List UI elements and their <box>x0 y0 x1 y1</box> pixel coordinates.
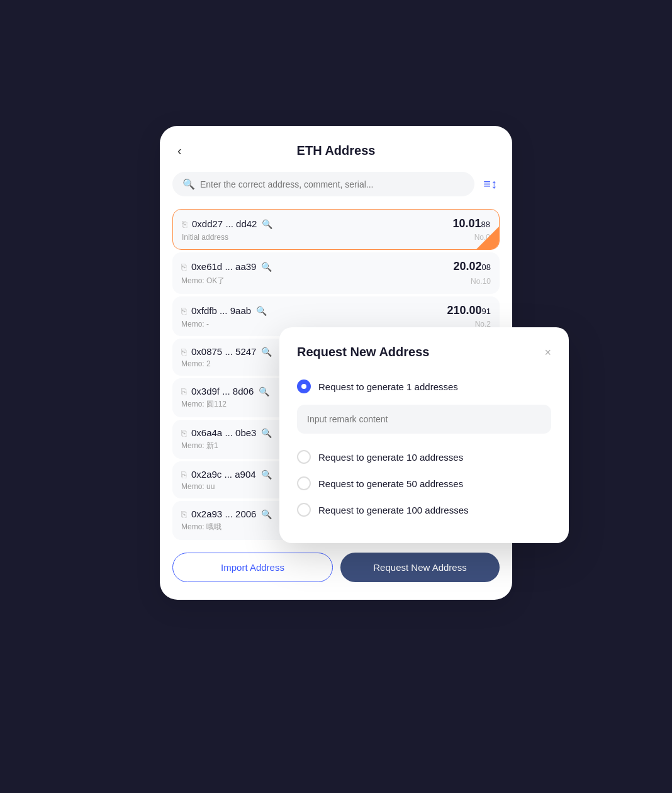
address-search-icon[interactable]: 🔍 <box>256 306 267 316</box>
radio-option-2[interactable]: Request to generate 10 addresses <box>297 444 551 470</box>
address-left: ⎘ 0x2a9c ... a904 🔍 <box>181 469 272 480</box>
address-search-icon[interactable]: 🔍 <box>261 428 272 438</box>
filter-button[interactable]: ≡↕ <box>481 174 500 194</box>
address-left: ⎘ 0xfdfb ... 9aab 🔍 <box>181 305 267 316</box>
copy-icon[interactable]: ⎘ <box>181 509 186 519</box>
memo-text: Memo: 新1 <box>181 441 218 451</box>
memo-row: Memo: OK了 No.10 <box>181 276 491 286</box>
address-search-icon[interactable]: 🔍 <box>261 470 272 480</box>
copy-icon[interactable]: ⎘ <box>181 428 186 438</box>
memo-row: Initial address No.0 <box>182 233 490 242</box>
address-text: 0x2a93 ... 2006 <box>191 509 256 519</box>
address-search-icon[interactable]: 🔍 <box>262 219 272 229</box>
copy-icon[interactable]: ⎘ <box>181 347 186 357</box>
radio-option-4[interactable]: Request to generate 100 addresses <box>297 497 551 523</box>
radio-option-1[interactable]: Request to generate 1 addresses <box>297 373 551 400</box>
memo-text: Memo: - <box>181 320 209 329</box>
address-left: ⎘ 0x3d9f ... 8d06 🔍 <box>181 386 269 396</box>
copy-icon[interactable]: ⎘ <box>181 262 186 272</box>
amount: 20.0208 <box>453 260 491 273</box>
active-corner-tag <box>476 227 499 249</box>
address-left: ⎘ 0xdd27 ... dd42 🔍 <box>182 218 272 229</box>
address-search-icon[interactable]: 🔍 <box>261 262 272 272</box>
address-left: ⎘ 0x6a4a ... 0be3 🔍 <box>181 427 272 438</box>
radio-label: Request to generate 1 addresses <box>318 381 458 392</box>
address-item[interactable]: ⎘ 0xe61d ... aa39 🔍 20.0208 Memo: OK了 No… <box>172 252 500 294</box>
radio-option-3[interactable]: Request to generate 50 addresses <box>297 470 551 497</box>
address-row: ⎘ 0xe61d ... aa39 🔍 20.0208 <box>181 260 491 273</box>
amount: 210.0091 <box>447 304 491 317</box>
request-new-address-button[interactable]: Request New Address <box>340 553 500 582</box>
memo-text: Memo: uu <box>181 482 215 491</box>
memo-text: Initial address <box>182 233 228 242</box>
address-text: 0xfdfb ... 9aab <box>191 305 251 316</box>
radio-option[interactable]: Request to generate 50 addresses <box>297 470 551 497</box>
address-text: 0x6a4a ... 0be3 <box>191 427 256 438</box>
copy-icon[interactable]: ⎘ <box>181 306 186 316</box>
modal-close-button[interactable]: × <box>544 347 551 358</box>
address-search-icon[interactable]: 🔍 <box>261 509 272 519</box>
radio-option[interactable]: Request to generate 10 addresses <box>297 444 551 470</box>
radio-unchecked-icon <box>297 450 311 464</box>
page-header: ‹ ETH Address <box>172 143 500 158</box>
radio-label: Request to generate 100 addresses <box>318 505 469 515</box>
address-left: ⎘ 0x0875 ... 5247 🔍 <box>181 346 272 357</box>
radio-unchecked-icon <box>297 503 311 517</box>
copy-icon[interactable]: ⎘ <box>182 219 187 229</box>
address-row: ⎘ 0xdd27 ... dd42 🔍 10.0188 <box>182 217 490 230</box>
search-input[interactable] <box>200 179 464 189</box>
radio-option[interactable]: Request to generate 1 addresses <box>297 373 551 434</box>
no-badge: No.10 <box>471 277 491 286</box>
modal-title: Request New Address <box>297 345 429 359</box>
back-button[interactable]: ‹ <box>172 141 187 160</box>
address-text: 0x2a9c ... a904 <box>191 469 256 480</box>
search-input-wrap[interactable]: 🔍 <box>172 172 474 196</box>
address-search-icon[interactable]: 🔍 <box>259 386 269 396</box>
radio-unchecked-icon <box>297 476 311 490</box>
copy-icon[interactable]: ⎘ <box>181 470 186 480</box>
modal-header: Request New Address × <box>297 345 551 359</box>
modal-options: Request to generate 1 addresses Request … <box>297 373 551 523</box>
remark-input[interactable] <box>307 414 541 424</box>
radio-checked-icon <box>297 380 311 393</box>
address-text: 0x0875 ... 5247 <box>191 346 256 357</box>
search-bar: 🔍 ≡↕ <box>172 172 500 196</box>
radio-label: Request to generate 50 addresses <box>318 478 463 489</box>
address-search-icon[interactable]: 🔍 <box>261 347 272 357</box>
remark-input-wrap[interactable] <box>297 405 551 434</box>
memo-text: Memo: OK了 <box>181 276 225 286</box>
radio-label: Request to generate 10 addresses <box>318 452 463 463</box>
page-title: ETH Address <box>297 143 376 158</box>
copy-icon[interactable]: ⎘ <box>181 386 186 396</box>
address-row: ⎘ 0xfdfb ... 9aab 🔍 210.0091 <box>181 304 491 317</box>
address-item[interactable]: ⎘ 0xdd27 ... dd42 🔍 10.0188 Initial addr… <box>172 209 500 250</box>
memo-text: Memo: 圆112 <box>181 399 227 410</box>
memo-text: Memo: 2 <box>181 359 211 368</box>
footer-buttons: Import Address Request New Address <box>172 553 500 582</box>
import-address-button[interactable]: Import Address <box>172 553 333 582</box>
memo-text: Memo: 哦哦 <box>181 522 221 532</box>
address-text: 0xdd27 ... dd42 <box>192 218 257 229</box>
address-left: ⎘ 0x2a93 ... 2006 🔍 <box>181 509 272 519</box>
address-text: 0x3d9f ... 8d06 <box>191 386 254 396</box>
address-text: 0xe61d ... aa39 <box>191 261 256 272</box>
request-new-address-modal: Request New Address × Request to generat… <box>279 327 569 543</box>
radio-option[interactable]: Request to generate 100 addresses <box>297 497 551 523</box>
search-icon: 🔍 <box>182 178 195 190</box>
address-left: ⎘ 0xe61d ... aa39 🔍 <box>181 261 272 272</box>
